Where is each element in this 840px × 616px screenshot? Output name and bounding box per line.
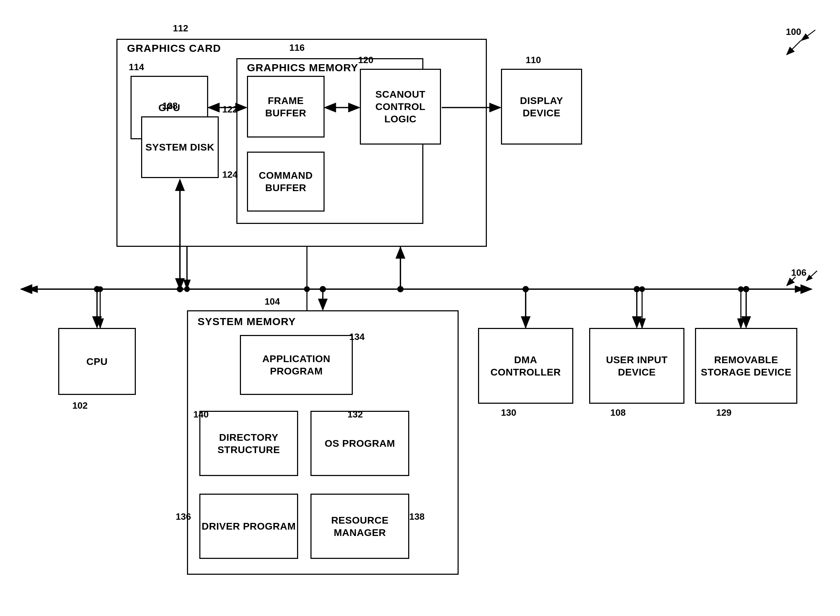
svg-line-54 [787,277,796,286]
svg-line-53 [787,41,801,55]
svg-point-43 [397,286,404,292]
